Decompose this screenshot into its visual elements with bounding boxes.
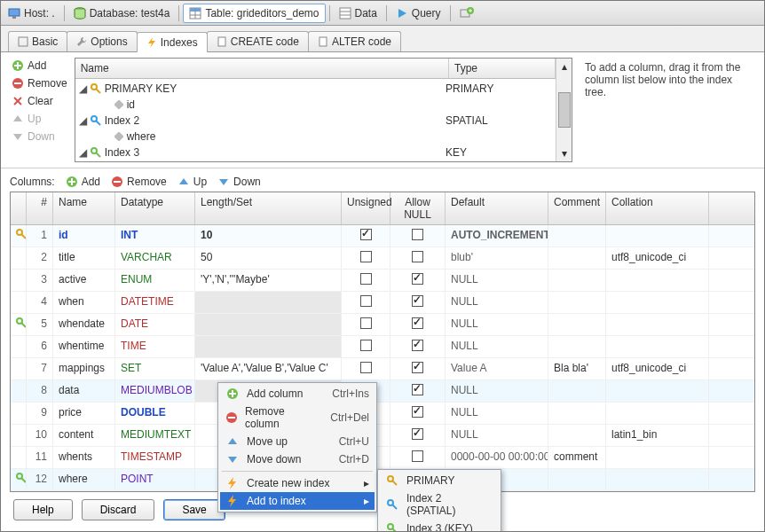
checkbox[interactable]: [412, 362, 423, 373]
row-length[interactable]: 'Value A','Value B','Value C': [195, 358, 342, 379]
row-datatype[interactable]: INT: [115, 225, 195, 246]
gh-name[interactable]: Name: [53, 192, 115, 224]
row-length[interactable]: [195, 336, 342, 357]
expander-icon[interactable]: ◢: [79, 146, 87, 159]
table-row[interactable]: 2 title VARCHAR 50 blub' utf8_unicode_ci: [11, 247, 754, 270]
new-tab-button[interactable]: [454, 4, 479, 22]
table-button[interactable]: Table: grideditors_demo: [183, 4, 325, 23]
gh-length[interactable]: Length/Set: [195, 192, 342, 224]
index-tree-row[interactable]: ◢ Index 2 SPATIAL: [75, 113, 556, 129]
row-datatype[interactable]: TIMESTAMP: [115, 447, 195, 468]
tab-alter[interactable]: ALTER code: [308, 31, 401, 51]
row-name[interactable]: title: [53, 247, 115, 269]
col-remove-button[interactable]: Remove: [111, 176, 167, 188]
row-allownull[interactable]: [390, 292, 446, 313]
row-name[interactable]: whents: [53, 447, 115, 468]
row-allownull[interactable]: [390, 314, 446, 335]
row-length[interactable]: [195, 314, 342, 335]
row-name[interactable]: data: [53, 380, 115, 402]
row-collation[interactable]: [606, 447, 709, 468]
table-row[interactable]: 11 whents TIMESTAMP 0000-00-00 00:00:00 …: [11, 447, 754, 469]
row-comment[interactable]: [548, 314, 606, 335]
row-default[interactable]: NULL: [446, 403, 548, 424]
row-name[interactable]: whentime: [53, 336, 115, 357]
row-collation[interactable]: [606, 292, 709, 313]
row-allownull[interactable]: [390, 225, 446, 246]
checkbox[interactable]: [360, 251, 372, 262]
gh-datatype[interactable]: Datatype: [115, 192, 195, 224]
row-collation[interactable]: utf8_unicode_ci: [606, 247, 709, 269]
row-length[interactable]: [195, 292, 342, 313]
row-datatype[interactable]: MEDIUMTEXT: [115, 425, 195, 446]
row-name[interactable]: when: [53, 292, 115, 313]
data-button[interactable]: Data: [334, 4, 382, 22]
row-datatype[interactable]: DOUBLE: [115, 403, 195, 424]
tab-options[interactable]: Options: [67, 31, 137, 51]
checkbox[interactable]: [412, 295, 423, 307]
row-comment[interactable]: [548, 469, 606, 490]
row-allownull[interactable]: [390, 380, 446, 402]
gh-default[interactable]: Default: [446, 192, 548, 224]
scroll-down-icon[interactable]: ▾: [562, 147, 567, 160]
checkbox[interactable]: [360, 273, 372, 285]
expander-icon[interactable]: ◢: [79, 82, 87, 95]
checkbox[interactable]: [360, 229, 372, 240]
row-comment[interactable]: [548, 225, 606, 246]
row-comment[interactable]: [548, 270, 606, 291]
row-allownull[interactable]: [390, 447, 446, 468]
ctx-create-index[interactable]: Create new index ▸: [220, 474, 375, 492]
row-datatype[interactable]: VARCHAR: [115, 247, 195, 269]
index-remove-button[interactable]: Remove: [10, 75, 69, 91]
checkbox[interactable]: [412, 450, 423, 462]
row-unsigned[interactable]: [342, 270, 390, 291]
row-comment[interactable]: [548, 292, 606, 313]
checkbox[interactable]: [412, 384, 423, 395]
row-name[interactable]: price: [53, 403, 115, 424]
table-row[interactable]: 3 active ENUM 'Y','N','''Maybe' NULL: [11, 270, 754, 292]
index-clear-button[interactable]: Clear: [10, 93, 69, 109]
index-tree-child[interactable]: where: [75, 129, 556, 145]
row-datatype[interactable]: SET: [115, 358, 195, 379]
checkbox[interactable]: [412, 406, 423, 418]
row-unsigned[interactable]: [342, 247, 390, 269]
tab-create[interactable]: CREATE code: [207, 31, 309, 51]
row-collation[interactable]: [606, 314, 709, 335]
scroll-up-icon[interactable]: ▴: [562, 60, 567, 73]
sub-index3[interactable]: Index 3 (KEY): [380, 520, 499, 532]
row-comment[interactable]: [548, 403, 606, 424]
col-down-button[interactable]: Down: [217, 176, 261, 188]
row-default[interactable]: NULL: [446, 292, 548, 313]
row-default[interactable]: NULL: [446, 336, 548, 357]
checkbox[interactable]: [412, 317, 423, 329]
table-row[interactable]: 7 mappings SET 'Value A','Value B','Valu…: [11, 358, 754, 380]
row-datatype[interactable]: DATETIME: [115, 292, 195, 313]
row-allownull[interactable]: [390, 358, 446, 379]
index-add-button[interactable]: Add: [10, 58, 69, 74]
row-default[interactable]: NULL: [446, 314, 548, 335]
gh-unsigned[interactable]: Unsigned: [342, 192, 390, 224]
row-default[interactable]: Value A: [446, 358, 548, 379]
database-button[interactable]: Database: test4a: [68, 4, 176, 22]
save-button[interactable]: Save: [163, 499, 225, 520]
row-allownull[interactable]: [390, 403, 446, 424]
row-comment[interactable]: [548, 247, 606, 269]
row-default[interactable]: NULL: [446, 425, 548, 446]
row-allownull[interactable]: [390, 270, 446, 291]
help-button[interactable]: Help: [13, 499, 73, 520]
row-datatype[interactable]: ENUM: [115, 270, 195, 291]
table-row[interactable]: 5 whendate DATE NULL: [11, 314, 754, 336]
tab-indexes[interactable]: Indexes: [137, 32, 208, 52]
row-name[interactable]: id: [53, 225, 115, 246]
checkbox[interactable]: [360, 295, 372, 307]
row-allownull[interactable]: [390, 247, 446, 269]
row-default[interactable]: blub': [446, 247, 548, 269]
row-collation[interactable]: [606, 336, 709, 357]
row-name[interactable]: mappings: [53, 358, 115, 379]
gh-comment[interactable]: Comment: [548, 192, 606, 224]
row-unsigned[interactable]: [342, 336, 390, 357]
discard-button[interactable]: Discard: [82, 499, 155, 520]
row-comment[interactable]: Bla bla': [548, 358, 606, 379]
ctx-remove-column[interactable]: Remove column Ctrl+Del: [220, 403, 375, 433]
table-row[interactable]: 1 id INT 10 AUTO_INCREMENT: [11, 225, 754, 247]
checkbox[interactable]: [360, 340, 372, 351]
